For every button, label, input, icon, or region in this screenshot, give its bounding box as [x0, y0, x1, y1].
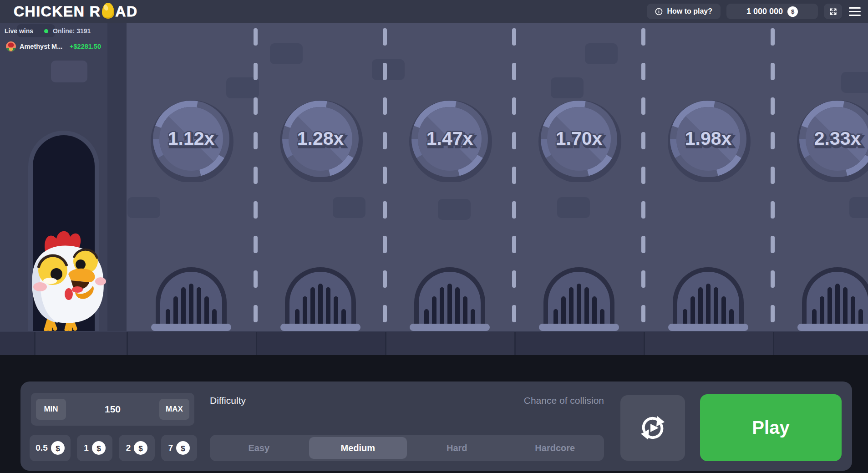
egg-icon	[102, 2, 115, 19]
menu-button[interactable]	[848, 5, 862, 18]
chicken-cheek-left	[33, 282, 47, 291]
quick-bet-button-2[interactable]: 2 $	[119, 435, 155, 461]
road-brick	[438, 199, 471, 220]
road-lanes: 1.12x 1.12x 1.28x 1.28x 1.47x 1.47x 1.70…	[0, 23, 868, 331]
chicken-tongue	[72, 286, 83, 293]
lane-divider	[254, 28, 258, 322]
svg-text:1.70x: 1.70x	[556, 128, 603, 149]
bet-amount-box: MIN 150 MAX	[31, 393, 194, 426]
svg-text:$: $	[181, 444, 186, 453]
quick-bet-button-0.5[interactable]: 0.5 $	[30, 435, 71, 461]
top-bar: CHICKEN RAD How to play? 1 000 000 $	[0, 0, 868, 23]
hamburger-icon	[849, 7, 861, 9]
lane-divider	[771, 28, 775, 322]
svg-text:1.47x: 1.47x	[426, 128, 473, 149]
quick-bet-value: 7	[168, 443, 173, 453]
sewer-grate	[285, 267, 356, 331]
sidewalk-band	[0, 331, 868, 355]
collision-label: Chance of collision	[524, 395, 604, 406]
win-amount: +$2281.50	[70, 43, 101, 50]
panel-labels: Difficulty Chance of collision	[210, 395, 604, 406]
quick-bet-value: 1	[84, 443, 89, 453]
min-bet-button[interactable]: MIN	[36, 399, 66, 420]
difficulty-tabs: EasyMediumHardHardcore	[210, 435, 604, 461]
svg-text:1.98x: 1.98x	[685, 128, 732, 149]
difficulty-tab-easy[interactable]: Easy	[210, 435, 308, 461]
play-button[interactable]: Play	[700, 394, 842, 461]
live-wins-bar: Live wins Online: 3191 Amethyst M... +$2…	[0, 23, 107, 52]
grate-ledge	[410, 324, 490, 331]
winner-name: Amethyst M...	[20, 43, 62, 50]
topbar-actions: How to play? 1 000 000 $	[647, 4, 862, 19]
autoplay-icon	[637, 413, 668, 442]
sewer-grate	[673, 267, 744, 331]
multiplier-coin: 1.28x 1.28x	[277, 96, 364, 184]
logo-text-left: CHICKEN R	[14, 3, 101, 20]
balance-value: 1 000 000	[746, 7, 783, 16]
dollar-coin-icon: $	[51, 441, 65, 455]
grate-ledge	[797, 324, 868, 331]
difficulty-tab-hard[interactable]: Hard	[408, 435, 506, 461]
game-scene: 1.12x 1.12x 1.28x 1.28x 1.47x 1.47x 1.70…	[0, 23, 868, 331]
quick-bet-button-7[interactable]: 7 $	[161, 435, 197, 461]
dollar-coin-icon: $	[134, 441, 147, 455]
svg-text:$: $	[791, 8, 795, 15]
sewer-grate	[156, 267, 227, 331]
road-brick	[849, 197, 868, 218]
svg-text:$: $	[96, 444, 101, 453]
lane-divider	[641, 28, 645, 322]
bet-amount-value[interactable]: 150	[66, 404, 159, 415]
max-bet-button[interactable]: MAX	[159, 399, 189, 420]
chicken-road-app: CHICKEN RAD How to play? 1 000 000 $	[0, 0, 868, 473]
sewer-grate	[802, 267, 868, 331]
info-icon	[655, 8, 663, 15]
multiplier-coin: 1.12x 1.12x	[148, 96, 234, 184]
road-brick	[270, 43, 303, 64]
chicken-cheek-right	[95, 277, 106, 285]
sewer-grate	[543, 267, 614, 331]
road-brick	[127, 197, 160, 218]
balance-display: 1 000 000 $	[726, 4, 818, 19]
dollar-coin-icon: $	[176, 441, 190, 455]
live-wins-label: Live wins	[5, 27, 33, 35]
control-panel: MIN 150 MAX 0.5 $1 $2 $7 $ Difficulty Ch…	[20, 381, 852, 471]
how-to-play-label: How to play?	[667, 7, 712, 15]
difficulty-tab-hardcore[interactable]: Hardcore	[506, 435, 604, 461]
quick-bet-button-1[interactable]: 1 $	[77, 435, 112, 461]
grate-ledge	[280, 324, 360, 331]
svg-text:1.28x: 1.28x	[297, 128, 344, 149]
difficulty-label: Difficulty	[210, 395, 246, 406]
svg-text:$: $	[56, 444, 60, 453]
road-brick	[841, 72, 868, 93]
svg-text:$: $	[139, 444, 143, 453]
grate-ledge	[539, 324, 619, 331]
svg-text:1.12x: 1.12x	[168, 128, 215, 149]
svg-text:2.33x: 2.33x	[814, 128, 861, 149]
dollar-coin-icon: $	[92, 441, 106, 455]
multiplier-coin: 2.33x 2.33x	[794, 96, 868, 184]
online-dot-icon	[44, 29, 48, 33]
how-to-play-button[interactable]: How to play?	[647, 4, 721, 19]
difficulty-tab-medium[interactable]: Medium	[309, 437, 407, 459]
quick-bet-value: 2	[126, 443, 131, 453]
grate-ledge	[668, 324, 748, 331]
online-count: Online: 3191	[53, 27, 91, 35]
dollar-coin-icon: $	[787, 6, 798, 17]
live-win-entry[interactable]: Amethyst M... +$2281.50	[6, 41, 101, 52]
sewer-grate	[414, 267, 485, 331]
multiplier-coin: 1.70x 1.70x	[536, 96, 622, 184]
road-brick	[372, 59, 405, 80]
lane-divider	[512, 28, 516, 322]
fullscreen-icon	[829, 7, 838, 16]
autoplay-button[interactable]	[620, 395, 685, 461]
fullscreen-button[interactable]	[824, 4, 842, 19]
quick-bet-value: 0.5	[36, 443, 47, 453]
chicken-character	[26, 229, 108, 331]
chicken-wattle	[65, 288, 73, 300]
quick-bet-buttons: 0.5 $1 $2 $7 $	[30, 435, 197, 461]
player-avatar	[6, 41, 16, 51]
road-brick	[557, 197, 590, 218]
multiplier-coin: 1.98x 1.98x	[665, 96, 751, 184]
multiplier-coin: 1.47x 1.47x	[406, 96, 493, 184]
road-brick	[333, 197, 365, 218]
